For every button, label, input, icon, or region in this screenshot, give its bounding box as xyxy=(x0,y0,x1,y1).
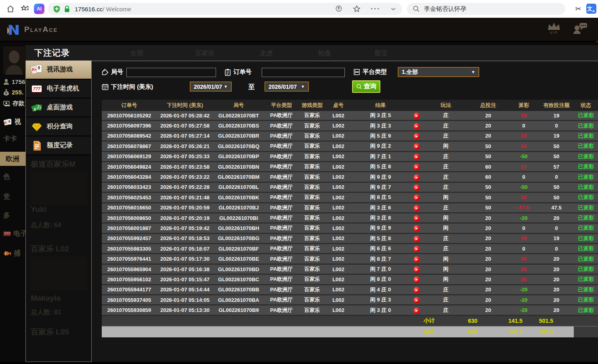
play-button[interactable]: ▶ xyxy=(413,308,420,314)
play-button[interactable]: ▶ xyxy=(413,225,420,232)
user-icon xyxy=(3,79,9,85)
cell-payout: 0 xyxy=(508,244,539,254)
cell-bet-type: 闲 xyxy=(424,254,468,264)
platform-type-select[interactable]: 1.全部▼ xyxy=(398,67,479,77)
bookmark-star-icon[interactable] xyxy=(353,5,361,13)
cell-result: 闲 3 庄 0 xyxy=(351,305,410,316)
sidebar-item-slots[interactable]: 777 电子老虎机 xyxy=(26,79,91,98)
avatar xyxy=(3,46,25,75)
date-to-select[interactable]: 2026/01/07▼ xyxy=(264,82,309,92)
cell-result: 闲 3 庄 3 xyxy=(351,121,410,131)
url-host: 175616.cc xyxy=(75,6,103,13)
subtotal-valid: 501.5 xyxy=(539,316,574,326)
cell-order: 260107055983305 xyxy=(102,244,157,254)
play-button[interactable]: ▶ xyxy=(413,276,420,283)
cell-result: 闲 9 庄 2 xyxy=(351,142,410,152)
cell-total-bet: 20 xyxy=(468,132,508,142)
cell-play: ▶ xyxy=(410,183,424,193)
cell-play: ▶ xyxy=(410,285,424,295)
play-button[interactable]: ▶ xyxy=(413,287,420,293)
home-icon[interactable] xyxy=(5,3,16,15)
cell-payout: 20 xyxy=(508,265,539,275)
cell-round: GL002261070BM xyxy=(213,172,264,182)
cell-payout: 57 xyxy=(508,162,539,172)
play-button[interactable]: ▶ xyxy=(413,123,420,130)
play-button[interactable]: ▶ xyxy=(413,256,420,263)
share-icon[interactable] xyxy=(335,5,343,13)
play-button[interactable]: ▶ xyxy=(413,143,420,150)
order-number-input[interactable] xyxy=(262,68,345,77)
svg-text:9: 9 xyxy=(8,119,10,123)
cell-table: L002 xyxy=(325,224,351,234)
translate-icon[interactable]: 文A xyxy=(586,4,596,14)
cell-result: 闲 8 庄 7 xyxy=(351,254,410,264)
search-bar[interactable]: 李金铭否认怀孕 xyxy=(407,3,565,15)
cell-total-bet: 50 xyxy=(468,183,508,193)
cell-play: ▶ xyxy=(410,203,424,213)
date-from-select[interactable]: 2026/01/07▼ xyxy=(190,82,232,92)
chevron-down-icon[interactable] xyxy=(390,6,397,12)
vip-button[interactable]: VIP xyxy=(547,22,561,35)
col-status: 状态 xyxy=(574,100,598,111)
sidebar-item-points-query[interactable]: 积分查询 xyxy=(26,117,91,136)
shield-icon[interactable] xyxy=(53,5,60,13)
cell-time: 2026-01-07 05:20:19 xyxy=(157,213,213,224)
table-row: 260107055983305 2026-01-07 05:18:07 GL00… xyxy=(102,244,598,254)
cell-status: 已派彩 xyxy=(574,132,598,142)
table-row: 260107056069129 2026-01-07 05:25:33 GL00… xyxy=(102,152,598,162)
bet-time-label: 下注时间 (美东) xyxy=(102,83,153,91)
cell-play: ▶ xyxy=(410,224,424,234)
cell-payout: 19 xyxy=(508,234,539,244)
play-button[interactable]: ▶ xyxy=(413,297,420,303)
ghost-nav-buyu: 捕 xyxy=(3,249,21,258)
cell-result: 闲 4 庄 0 xyxy=(351,285,410,295)
table-row: 260107055956102 2026-01-07 05:15:47 GL00… xyxy=(102,275,598,285)
cell-game-type: 百家乐 xyxy=(299,285,325,295)
brand-logo[interactable]: PlayAce xyxy=(6,23,58,36)
cell-total-bet: 20 xyxy=(468,265,508,275)
reading-list-icon[interactable] xyxy=(19,3,31,15)
play-button[interactable]: ▶ xyxy=(413,215,420,222)
ghost-tab: 龙虎 xyxy=(260,49,273,58)
cell-game-type: 百家乐 xyxy=(299,162,325,172)
clip-icon[interactable]: ✂ xyxy=(573,3,584,15)
lock-icon xyxy=(64,6,70,13)
sidebar-item-table-games[interactable]: $ 桌面游戏 xyxy=(26,98,91,117)
cell-round: GL002261070BC xyxy=(213,275,264,285)
screen: AI 175616.cc / Welcome ··· xyxy=(0,0,598,364)
cell-bet-type: 庄 xyxy=(424,152,468,162)
play-button[interactable]: ▶ xyxy=(413,184,420,191)
play-button[interactable]: ▶ xyxy=(413,236,420,242)
cell-bet-type: 庄 xyxy=(424,111,468,121)
col-game-type: 游戏类型 xyxy=(299,100,325,111)
play-button[interactable]: ▶ xyxy=(413,246,420,252)
play-button[interactable]: ▶ xyxy=(413,266,420,273)
ghost-nav-kaka: 卡卡 xyxy=(3,134,17,143)
play-button[interactable]: ▶ xyxy=(413,205,420,211)
sidebar-item-quota-records[interactable]: 额度记录 xyxy=(26,136,91,155)
cell-payout: 0 xyxy=(508,224,539,234)
cell-total-bet: 60 xyxy=(468,172,508,182)
cell-order: 260107056016650 xyxy=(102,203,157,213)
cell-order: 260107055937405 xyxy=(102,295,157,305)
cell-game-type: 百家乐 xyxy=(299,193,325,203)
round-number-input[interactable] xyxy=(126,68,216,77)
more-menu-icon[interactable]: ··· xyxy=(371,5,380,13)
customer-service-button[interactable] xyxy=(573,22,588,34)
address-bar[interactable]: 175616.cc / Welcome ··· xyxy=(48,3,402,15)
play-button[interactable]: ▶ xyxy=(413,164,420,170)
cell-total-bet: 20 xyxy=(468,244,508,254)
cell-round: GL002261070BR xyxy=(213,132,264,142)
query-button[interactable]: 查询 xyxy=(352,80,380,93)
deposit-button[interactable]: 存款 xyxy=(3,100,25,107)
play-button[interactable]: ▶ xyxy=(413,174,420,181)
sidebar-item-video-games[interactable]: K♥9 视讯游戏 xyxy=(26,61,91,79)
dropdown-arrow-icon: ▼ xyxy=(301,84,305,89)
cell-valid-bet: 20 xyxy=(539,275,574,285)
ai-extension-icon[interactable]: AI xyxy=(34,4,44,14)
play-button[interactable]: ▶ xyxy=(413,195,420,201)
play-button[interactable]: ▶ xyxy=(413,154,420,160)
col-table: 桌号 xyxy=(325,100,351,111)
play-button[interactable]: ▶ xyxy=(413,113,420,119)
play-button[interactable]: ▶ xyxy=(413,133,420,140)
